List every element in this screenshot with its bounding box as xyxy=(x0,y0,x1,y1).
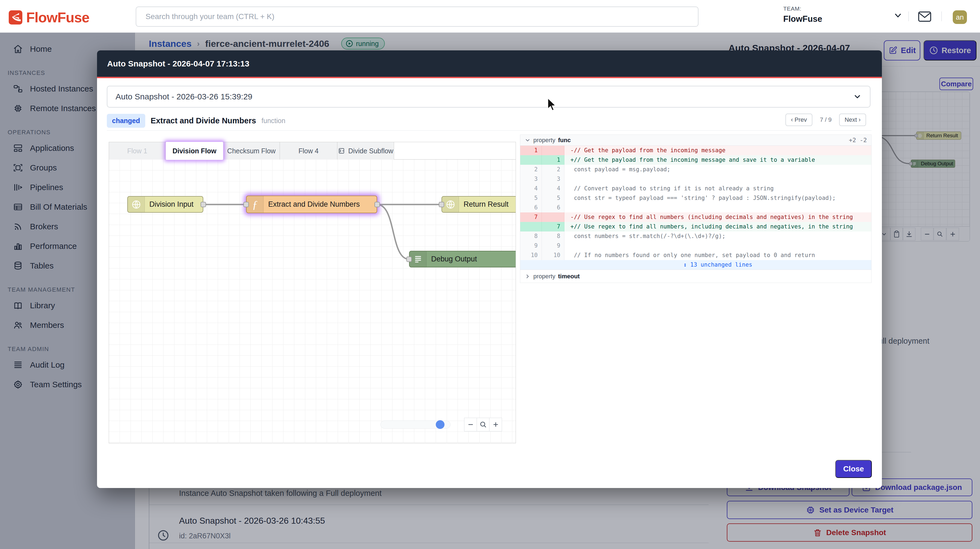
flow-tab-checksum-flow[interactable]: Checksum Flow xyxy=(223,142,280,160)
next-button[interactable]: Next › xyxy=(839,114,866,126)
change-summary-row: changed Extract and Divide Numbers funct… xyxy=(107,114,285,127)
mail-icon xyxy=(918,11,931,22)
node-label: Extract and Divide Numbers xyxy=(264,196,360,213)
diff-new-line-number: 8 xyxy=(542,232,565,241)
diff-row-context: 33 xyxy=(520,174,871,184)
diff-new-line-number: 2 xyxy=(542,165,565,174)
flow-tab-flow-1[interactable]: Flow 1 xyxy=(109,142,166,160)
diff-row-context: 99 xyxy=(520,241,871,251)
diff-old-line-number: 3 xyxy=(520,174,542,184)
team-selector[interactable]: TEAM: FlowFuse xyxy=(783,5,822,24)
diff-property-name: func xyxy=(558,137,571,144)
diff-new-line-number: 5 xyxy=(542,194,565,203)
flow-tabs: Flow 1Division FlowChecksum FlowFlow 4Di… xyxy=(109,142,515,160)
output-port[interactable] xyxy=(200,202,206,207)
flow-canvas[interactable]: Division Input ƒ Extract and Divide Numb… xyxy=(109,160,515,443)
diff-new-line-number: 7 xyxy=(542,222,565,232)
modal-divider xyxy=(107,130,872,131)
subflow-icon xyxy=(338,148,345,154)
diff-row-added: 1+// Get the payload from the incoming m… xyxy=(520,155,871,165)
zoom-in-button[interactable] xyxy=(489,418,502,432)
node-label: Return Result xyxy=(459,197,509,212)
flowfuse-logo-text: FlowFuse xyxy=(26,9,89,25)
changed-node-name: Extract and Divide Numbers xyxy=(151,116,256,125)
diff-panel: property func +2 -2 1-// Get the payload… xyxy=(520,135,872,283)
diff-new-line-number: 10 xyxy=(542,251,565,260)
zoom-reset-button[interactable] xyxy=(477,418,490,432)
flow-tab-division-flow[interactable]: Division Flow xyxy=(166,142,223,160)
flow-tab-flow-4[interactable]: Flow 4 xyxy=(280,142,337,160)
snapshot-modal: Auto Snapshot - 2026-04-07 17:13:13 Auto… xyxy=(97,51,882,488)
globe-icon xyxy=(128,197,145,212)
diff-code: // Convert payload to string if it is no… xyxy=(565,184,871,194)
diff-row-removed: 1-// Get the payload from the incoming m… xyxy=(520,146,871,155)
diff-property-label: property xyxy=(533,273,555,280)
modal-header: Auto Snapshot - 2026-04-07 17:13:13 xyxy=(97,51,882,77)
diff-old-line-number: 9 xyxy=(520,241,542,251)
search-placeholder: Search through your team (CTRL + K) xyxy=(146,12,274,21)
chevron-down-icon[interactable] xyxy=(894,12,902,19)
diff-old-line-number: 5 xyxy=(520,194,542,203)
diff-old-line-number xyxy=(520,155,542,165)
diff-new-line-number: 4 xyxy=(542,184,565,194)
diff-old-line-number: 6 xyxy=(520,203,542,213)
output-port[interactable] xyxy=(374,202,380,207)
flowfuse-logo[interactable]: FlowFuse xyxy=(9,9,89,25)
input-port[interactable] xyxy=(406,257,412,262)
diff-new-line-number: 9 xyxy=(542,241,565,251)
flow-tab-label: Flow 4 xyxy=(298,147,318,155)
prev-button[interactable]: ‹ Prev xyxy=(786,114,812,126)
diff-property-header[interactable]: property func +2 -2 xyxy=(520,135,871,146)
diff-row-context: 44 // Convert payload to string if it is… xyxy=(520,184,871,194)
diff-stats: +2 -2 xyxy=(849,137,867,143)
flow-tab-divide-subflow[interactable]: Divide Subflow xyxy=(337,142,394,160)
diff-code xyxy=(565,174,871,184)
chevron-down-icon xyxy=(853,92,862,101)
team-search-input[interactable]: Search through your team (CTRL + K) xyxy=(136,6,698,27)
node-division-input[interactable]: Division Input xyxy=(127,196,203,213)
flow-tab-label: Flow 1 xyxy=(127,147,148,155)
diff-row-unchanged[interactable]: ↕ 13 unchanged lines xyxy=(520,260,871,270)
diff-new-line-number: 3 xyxy=(542,174,565,184)
close-button[interactable]: Close xyxy=(835,460,872,478)
diff-code: -// Use regex to find all numbers (inclu… xyxy=(565,213,871,222)
input-port[interactable] xyxy=(243,202,249,207)
changed-node-type: function xyxy=(262,117,286,125)
diff-code: const numbers = str.match(/-?\d+(\.\d+)?… xyxy=(565,232,871,241)
chevron-right-icon xyxy=(525,273,531,279)
diff-old-line-number: 8 xyxy=(520,232,542,241)
diff-code: const str = typeof payload === 'string' … xyxy=(565,194,871,203)
node-debug-output[interactable]: Debug Output xyxy=(409,251,515,267)
top-navbar: FlowFuse Search through your team (CTRL … xyxy=(0,0,980,33)
modal-title: Auto Snapshot - 2026-04-07 17:13:13 xyxy=(107,59,249,68)
diff-new-line-number xyxy=(542,146,565,155)
diff-code: // If no numbers found or only one numbe… xyxy=(565,251,871,260)
notifications-button[interactable] xyxy=(918,11,931,22)
diff-row-context: 88 const numbers = str.match(/-?\d+(\.\d… xyxy=(520,232,871,241)
change-pager: ‹ Prev 7 / 9 Next › xyxy=(786,114,866,126)
zoom-out-button[interactable] xyxy=(464,418,477,432)
flow-tab-label: Checksum Flow xyxy=(227,147,276,155)
node-return-result[interactable]: Return Result xyxy=(441,196,515,213)
snapshot-select[interactable]: Auto Snapshot - 2026-03-26 15:39:29 xyxy=(107,86,870,108)
flow-tab-label: Divide Subflow xyxy=(348,147,393,155)
input-port[interactable] xyxy=(439,202,444,207)
diff-old-line-number xyxy=(520,222,542,232)
diff-row-context: 66 xyxy=(520,203,871,213)
diff-code xyxy=(565,241,871,251)
snapshot-select-value: Auto Snapshot - 2026-03-26 15:39:29 xyxy=(116,92,252,101)
node-extract-and-divide[interactable]: ƒ Extract and Divide Numbers xyxy=(246,195,377,213)
zoom-slider-thumb[interactable] xyxy=(436,420,444,429)
mouse-cursor xyxy=(547,97,558,113)
diff-code: +// Get the payload from the incoming me… xyxy=(565,155,871,165)
zoom-controls xyxy=(465,418,502,432)
diff-code: const payload = msg.payload; xyxy=(565,165,871,174)
function-icon: ƒ xyxy=(247,196,264,213)
changed-badge: changed xyxy=(107,114,145,128)
diff-row-context: 1010 // If no numbers found or only one … xyxy=(520,251,871,260)
user-avatar[interactable]: an xyxy=(953,10,967,24)
diff-property-name: timeout xyxy=(558,273,580,280)
debug-icon xyxy=(410,251,426,267)
diff-collapsed-property[interactable]: property timeout xyxy=(520,270,871,282)
diff-code xyxy=(565,203,871,213)
